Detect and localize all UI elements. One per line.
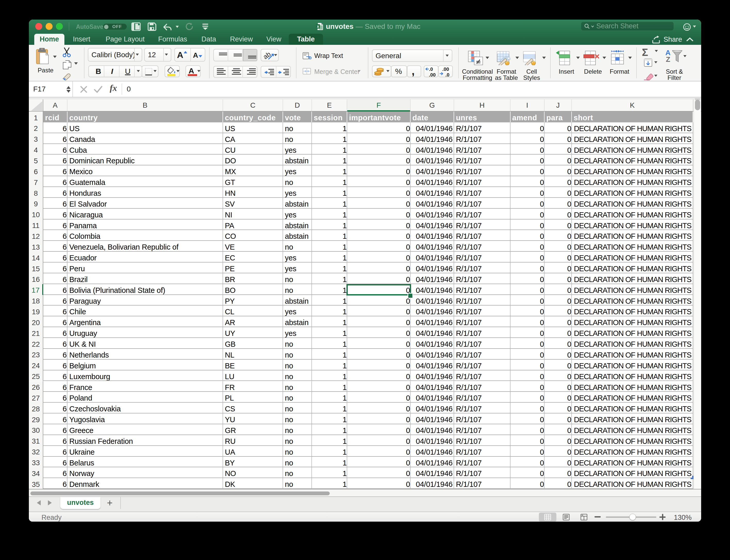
svg-text:X: X xyxy=(317,25,319,29)
